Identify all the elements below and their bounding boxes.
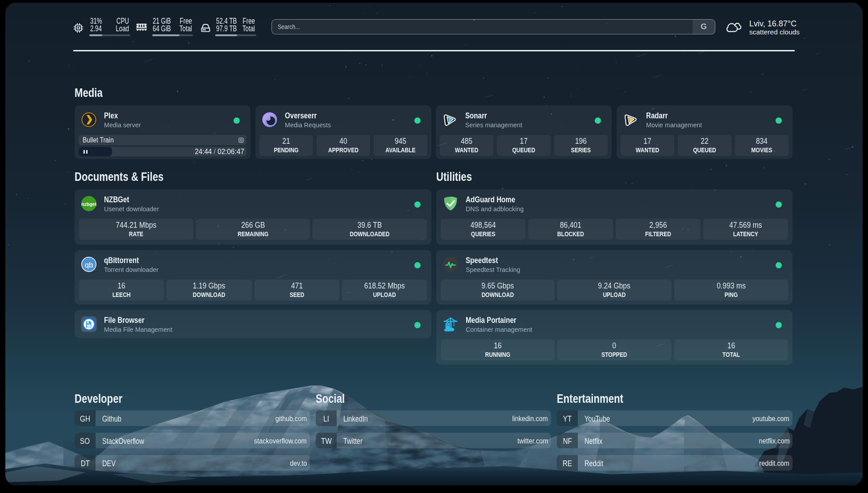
svg-text:qb: qb [85,261,93,269]
svg-text:nzbget: nzbget [81,201,96,207]
